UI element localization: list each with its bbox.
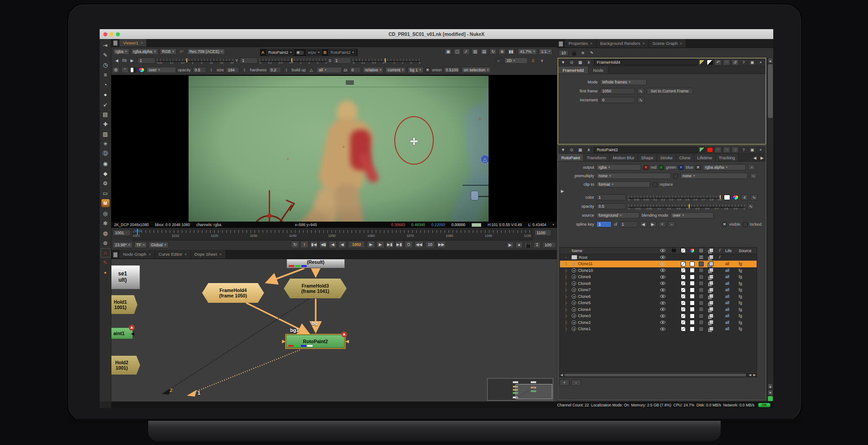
toolbar-plugin-m-icon[interactable]: M (101, 199, 110, 207)
color-wheel-icon[interactable] (732, 195, 739, 200)
color-toggle[interactable] (690, 314, 695, 318)
rotopaint-tab[interactable]: Tracking (716, 154, 739, 161)
scroll-up-icon[interactable]: ▲ (768, 58, 773, 63)
Clone3[interactable]: ├ Clone3 all (560, 313, 757, 319)
matte-toggle[interactable] (699, 327, 704, 332)
node-framehold4[interactable]: FrameHold4(frame 1050) (202, 283, 264, 303)
collapse-toolbar2-icon[interactable]: ∨ (538, 57, 546, 64)
layers-toggle[interactable] (708, 320, 713, 325)
toolbar-time-icon[interactable]: ◷ (101, 60, 110, 70)
animation-curve-icon[interactable]: ∿ (637, 88, 644, 94)
locked-checkbox[interactable] (743, 222, 748, 227)
eye-icon[interactable] (660, 288, 665, 292)
eye-icon[interactable] (660, 321, 665, 324)
rotopaint-tab[interactable]: Shape (638, 154, 657, 161)
wipe-toggle[interactable] (296, 51, 304, 55)
matte-toggle[interactable] (699, 262, 704, 266)
scroll-down-icon[interactable]: ▼ (768, 390, 773, 395)
toolbar-draw-icon[interactable]: ✎ (101, 50, 110, 60)
viewer-channels-dropdown[interactable]: rgba (113, 48, 129, 55)
layers-toggle[interactable] (708, 262, 713, 266)
blending-mode-dropdown[interactable]: over (670, 212, 714, 218)
help-icon[interactable]: ? (740, 147, 747, 153)
eye-icon[interactable] (660, 314, 665, 318)
timeformat-dropdown[interactable]: TF (134, 242, 147, 248)
viewer-alpha-dropdown[interactable]: rgba.alpha (131, 48, 158, 55)
animation-curve-icon[interactable]: ∿ (637, 97, 644, 103)
scroll-up2-icon[interactable]: ▲ (768, 384, 773, 389)
toolbar-filter-icon[interactable]: ● (101, 90, 110, 99)
premult-checkbox[interactable] (673, 174, 678, 179)
toolbar-metadata-icon[interactable]: ◆ (101, 169, 110, 178)
view-mode-dropdown[interactable]: 2D (504, 57, 528, 64)
color-toggle[interactable] (690, 327, 695, 332)
panel-grid-icon[interactable]: ▦ (577, 59, 584, 65)
layers-toggle[interactable] (708, 268, 713, 273)
nodegraph-tab[interactable]: Dope Sheet (191, 250, 225, 258)
layers-icon[interactable]: ▥ (471, 48, 479, 55)
delta-t-field[interactable]: 0 (349, 67, 361, 73)
gamma-slider[interactable]: 00.10.40.71234 (260, 57, 327, 64)
max-panels-field[interactable]: 10 (559, 50, 568, 56)
mask-toggle[interactable] (681, 288, 686, 292)
roi-region-icon[interactable]: ⌐ (495, 57, 502, 64)
play-backward-button[interactable]: ◀ (338, 241, 346, 248)
brush-size-field[interactable]: 184 (226, 67, 239, 73)
color-slider[interactable]: 00.010.050.10.20.30.40.50.60.70.80.9 (628, 194, 722, 201)
matte-toggle[interactable] (699, 307, 704, 312)
panel-center-icon[interactable]: ⊙ (568, 59, 575, 65)
matte-toggle[interactable] (699, 281, 704, 286)
mask-toggle[interactable] (681, 307, 686, 312)
add-stroke-button[interactable]: + (560, 380, 569, 386)
mask-toggle[interactable] (681, 268, 686, 273)
bg-dropdown[interactable]: bg 1 (408, 67, 423, 73)
mask-toggle[interactable] (681, 281, 686, 286)
lifetime-dropdown[interactable]: all (317, 67, 342, 73)
toolbar-transform-icon[interactable]: ✚ (101, 119, 110, 129)
nodegraph-tab[interactable]: Node Graph (119, 250, 155, 258)
in-marker-button[interactable]: I (300, 241, 308, 248)
mask-toggle[interactable] (681, 301, 686, 305)
scroll-right-icon[interactable]: ▶ (753, 373, 756, 377)
range-in-field[interactable]: 1001 (113, 230, 131, 236)
step-back-button[interactable]: ◀ (329, 241, 337, 248)
tab-close-icon[interactable] (643, 41, 645, 46)
matte-toggle[interactable] (699, 275, 704, 279)
toolbar-plugin-sparkle-icon[interactable]: ✻ (101, 218, 110, 228)
Clone8[interactable]: ├ Clone8 all (560, 280, 757, 287)
color-wheel-icon[interactable] (138, 67, 145, 73)
revert-icon[interactable]: ↺ (731, 147, 739, 153)
tool-pressure-icon[interactable]: ° (121, 67, 128, 73)
tab-close-icon[interactable] (149, 252, 151, 257)
set-current-frame-button[interactable]: Set to Current Frame (647, 88, 693, 94)
matte-toggle[interactable] (699, 294, 704, 299)
gain-slider[interactable]: 0.010.10.212102064 (157, 57, 234, 64)
increment-field[interactable]: 0 (600, 97, 635, 103)
toolbar-plugin-roll-icon[interactable]: ◍ (101, 228, 110, 238)
input-process-toggle[interactable]: IP (178, 48, 185, 55)
zoom-traffic-light[interactable] (116, 32, 120, 36)
minimize-traffic-light[interactable] (110, 32, 114, 36)
node-framehold2-partial[interactable]: Hold21001) (111, 356, 140, 375)
eye-icon[interactable] (660, 262, 665, 266)
root-row[interactable]: − Root ⫽ (560, 254, 757, 261)
selection-dropdown[interactable]: on selection (462, 67, 491, 73)
downres-button[interactable]: ↧ (533, 242, 541, 248)
color-toggle[interactable] (690, 320, 695, 325)
rotopaint-tab[interactable]: Stroke (657, 154, 676, 161)
toolbar-plugin-magnet-icon[interactable]: ∩ (101, 248, 110, 257)
scanline-icon[interactable]: ▤ (480, 48, 488, 55)
layers-icon[interactable] (708, 255, 713, 260)
expander-icon[interactable]: ▶ (561, 189, 564, 193)
delete-key-button[interactable]: − (668, 221, 675, 227)
toolbar-particles-icon[interactable]: ✳ (101, 139, 110, 148)
onion-checkbox[interactable]: ✕ (425, 68, 430, 73)
brush-opacity-field[interactable]: 0.5 (193, 67, 206, 73)
color-toggle[interactable] (690, 281, 695, 286)
alpha-checkbox[interactable]: ✕ (696, 165, 701, 170)
redo-icon[interactable]: ↷ (723, 147, 730, 153)
toolbar-plugin-rings-icon[interactable]: ⊚ (101, 238, 110, 248)
panel-grid-icon[interactable]: ▦ (577, 147, 584, 153)
node-name-field[interactable]: RotoPaint2 (594, 147, 698, 153)
mask-toggle[interactable] (681, 327, 686, 332)
